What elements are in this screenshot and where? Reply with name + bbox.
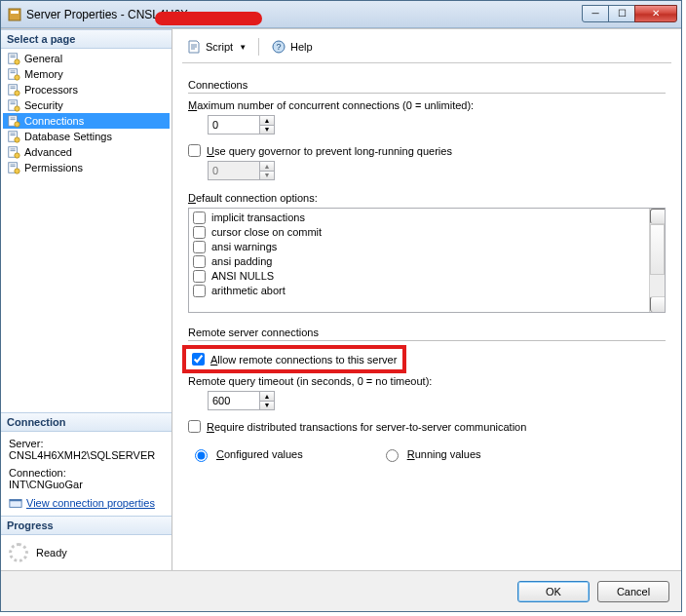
progress-spinner-icon — [9, 543, 28, 562]
svg-rect-15 — [11, 102, 16, 103]
page-icon — [7, 98, 20, 112]
view-connection-properties-link[interactable]: View connection properties — [26, 497, 155, 509]
server-properties-window: Server Properties - CNSL4H6X ─ ☐ ✕ Selec… — [0, 0, 682, 612]
max-connections-field[interactable] — [209, 116, 259, 134]
svg-rect-19 — [11, 118, 16, 119]
svg-rect-35 — [10, 500, 21, 502]
cancel-button[interactable]: Cancel — [597, 581, 669, 602]
remote-timeout-input[interactable]: ▲ ▼ — [208, 391, 275, 410]
query-governor-field — [209, 162, 259, 179]
connection-option[interactable]: ansi padding — [191, 254, 647, 269]
listbox-scrollbar[interactable]: ▲ ▼ — [649, 209, 665, 312]
maximize-button[interactable]: ☐ — [608, 5, 635, 22]
close-button[interactable]: ✕ — [634, 5, 677, 22]
connection-option[interactable]: cursor close on commit — [191, 225, 647, 240]
svg-rect-0 — [9, 9, 20, 20]
query-governor-input: ▲ ▼ — [208, 161, 275, 180]
progress-box: Ready — [1, 535, 172, 570]
connections-page: Connections Maximum number of concurrent… — [182, 73, 671, 566]
progress-status: Ready — [36, 547, 67, 558]
query-governor-checkbox[interactable] — [188, 144, 201, 157]
script-button[interactable]: Script ▼ — [182, 37, 250, 57]
connection-option[interactable]: ansi warnings — [191, 240, 647, 254]
max-connections-input[interactable]: ▲ ▼ — [208, 115, 275, 135]
option-label: implicit transactions — [211, 211, 305, 225]
scroll-up-button[interactable]: ▲ — [650, 209, 666, 224]
sidebar-item-advanced[interactable]: Advanced — [3, 144, 170, 160]
max-connections-label: Maximum number of concurrent connections… — [188, 99, 666, 111]
running-values-radio[interactable]: Running values — [381, 446, 481, 462]
svg-rect-27 — [11, 149, 16, 150]
option-checkbox[interactable] — [193, 255, 206, 268]
sidebar-item-label: Permissions — [24, 162, 83, 173]
svg-rect-12 — [11, 88, 16, 89]
svg-rect-32 — [11, 166, 16, 167]
svg-point-21 — [15, 122, 19, 127]
sidebar-item-memory[interactable]: Memory — [3, 66, 170, 82]
svg-point-25 — [15, 137, 19, 142]
option-checkbox[interactable] — [193, 212, 206, 224]
sidebar-item-processors[interactable]: Processors — [3, 82, 170, 97]
remote-timeout-field[interactable] — [209, 392, 259, 409]
spin-up-button[interactable]: ▲ — [260, 116, 274, 126]
scroll-thumb[interactable] — [650, 224, 665, 275]
help-icon: ? — [271, 39, 286, 55]
svg-rect-16 — [11, 103, 16, 104]
sidebar-item-label: Memory — [24, 68, 63, 80]
spin-up-button[interactable]: ▲ — [260, 392, 274, 402]
sidebar-item-general[interactable]: General — [3, 51, 170, 66]
connection-option[interactable]: implicit transactions — [191, 211, 647, 225]
svg-rect-24 — [11, 135, 16, 135]
dialog-footer: OK Cancel — [1, 570, 681, 611]
option-checkbox[interactable] — [193, 270, 206, 283]
svg-rect-23 — [11, 134, 16, 135]
page-icon — [7, 161, 20, 174]
sidebar-item-connections[interactable]: Connections — [3, 113, 170, 129]
connection-option[interactable]: arithmetic abort — [191, 284, 647, 298]
require-distributed-checkbox[interactable] — [188, 420, 201, 433]
titlebar: Server Properties - CNSL4H6X ─ ☐ ✕ — [1, 1, 681, 28]
left-panel: Select a page GeneralMemoryProcessorsSec… — [1, 29, 172, 570]
connection-value: INT\CNGuoGar — [9, 479, 164, 490]
help-button[interactable]: ? Help — [267, 37, 317, 57]
minimize-button[interactable]: ─ — [582, 5, 609, 22]
ok-button[interactable]: OK — [517, 581, 590, 602]
values-radio-group: Configured values Running values — [188, 446, 666, 462]
allow-remote-label: Allow remote connections to this server — [210, 354, 397, 366]
sidebar-item-permissions[interactable]: Permissions — [3, 160, 170, 175]
remote-timeout-label: Remote query timeout (in seconds, 0 = no… — [188, 375, 666, 387]
configured-values-radio[interactable]: Configured values — [190, 446, 303, 462]
sidebar-item-label: Security — [24, 99, 63, 111]
sidebar-item-database-settings[interactable]: Database Settings — [3, 129, 170, 144]
option-checkbox[interactable] — [193, 285, 206, 297]
spin-down-button[interactable]: ▼ — [260, 126, 274, 135]
option-checkbox[interactable] — [193, 241, 206, 253]
connection-option[interactable]: ANSI NULLS — [191, 269, 647, 284]
help-label: Help — [290, 41, 313, 53]
page-icon — [7, 83, 20, 96]
option-checkbox[interactable] — [193, 226, 206, 239]
right-panel: Script ▼ ? Help Connections Maximum numb… — [172, 29, 681, 570]
window-title: Server Properties - CNSL4H6X — [26, 8, 583, 21]
svg-rect-8 — [11, 72, 16, 73]
progress-header: Progress — [1, 516, 172, 535]
svg-rect-28 — [11, 150, 16, 151]
page-icon — [7, 67, 20, 81]
svg-rect-4 — [11, 57, 16, 58]
svg-rect-11 — [11, 87, 16, 88]
allow-remote-highlight: Allow remote connections to this server — [182, 345, 406, 373]
page-icon — [7, 145, 20, 159]
spin-down-button[interactable]: ▼ — [260, 402, 274, 410]
svg-point-13 — [15, 91, 19, 96]
option-label: cursor close on commit — [211, 225, 322, 240]
sidebar-item-security[interactable]: Security — [3, 97, 170, 113]
server-value: CNSL4H6XMH2\SQLSERVER — [9, 449, 164, 461]
default-options-label: Default connection options: — [188, 192, 666, 204]
allow-remote-checkbox[interactable] — [192, 353, 205, 366]
scroll-down-button[interactable]: ▼ — [650, 296, 666, 312]
svg-point-17 — [15, 106, 19, 111]
default-options-listbox[interactable]: implicit transactionscursor close on com… — [188, 208, 666, 313]
script-icon — [186, 39, 202, 55]
page-list: GeneralMemoryProcessorsSecurityConnectio… — [1, 49, 172, 177]
script-label: Script — [206, 41, 233, 53]
